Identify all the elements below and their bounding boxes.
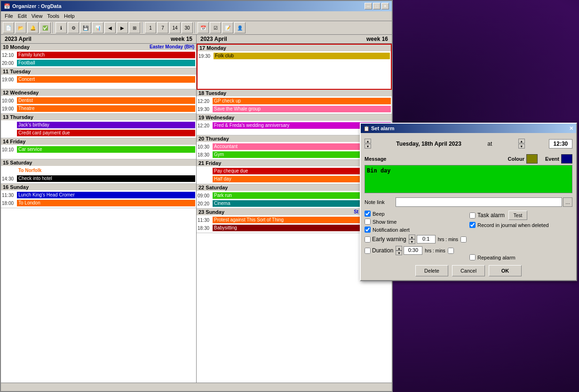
event-row[interactable]: 10:10 Car service (2, 146, 195, 153)
right-cal-header: 2023 April week 16 (197, 35, 392, 44)
dur-arrows: ▲ ▼ (396, 246, 402, 255)
event-bar[interactable]: Save the Whale group (213, 106, 391, 112)
event-bar[interactable]: Credit card payment due (17, 130, 195, 136)
event-row[interactable]: Jack's birthday (2, 121, 195, 129)
event-bar[interactable]: Lunch King's Head Cromer (17, 192, 195, 198)
time-inc-btn[interactable]: ▲ (518, 139, 525, 143)
event-row[interactable]: 12:20 GP check up (198, 97, 391, 105)
event-row[interactable]: 18:00 To London (2, 199, 195, 207)
ew-up-btn[interactable]: ▲ (409, 235, 415, 239)
ew-checkbox2[interactable] (460, 236, 467, 243)
mark-btn[interactable]: ✅ (40, 22, 51, 33)
task-alarm-checkbox[interactable] (469, 212, 476, 219)
view-btn[interactable]: 📊 (92, 22, 103, 33)
time-up-btn[interactable]: ▲ (365, 139, 371, 143)
dur-checkbox2[interactable] (448, 248, 454, 254)
menu-file[interactable]: File (3, 12, 15, 20)
note-link-input[interactable] (396, 197, 562, 207)
event-bar[interactable]: GP check up (213, 98, 391, 104)
event-bar[interactable]: Car service (17, 146, 195, 153)
notification-checkbox[interactable] (365, 227, 371, 233)
alarm-btn[interactable]: 🔔 (27, 22, 39, 33)
event-row[interactable]: 19:30 Folk club (198, 52, 390, 60)
repeating-alarm-checkbox[interactable] (469, 254, 476, 260)
task-btn[interactable]: ☑ (210, 22, 221, 33)
ew-down-btn[interactable]: ▼ (409, 239, 415, 244)
month-btn[interactable]: 30 (182, 22, 193, 33)
cancel-button[interactable]: Cancel (452, 265, 485, 276)
delete-button[interactable]: Delete (415, 265, 448, 276)
show-time-checkbox[interactable] (365, 219, 371, 225)
info-btn[interactable]: ℹ (56, 22, 67, 33)
duration-checkbox[interactable] (365, 248, 371, 254)
event-bar[interactable]: Check into hotel (17, 175, 195, 182)
menu-help[interactable]: Help (62, 12, 77, 20)
minimize-button[interactable]: ─ (365, 3, 372, 9)
event-row[interactable]: 19:00 Concert (2, 76, 195, 83)
event-row[interactable]: To Norfolk (2, 167, 195, 174)
spacer (469, 230, 572, 241)
save-btn[interactable]: 💾 (80, 22, 91, 33)
event-row[interactable]: 10:00 Dentist (2, 97, 195, 104)
status-bar (1, 383, 392, 391)
event-bar[interactable]: Theatre (17, 105, 195, 112)
event-row[interactable]: 19:30 Save the Whale group (198, 105, 391, 113)
event-bar[interactable]: Folk club (214, 53, 390, 59)
grid-btn[interactable]: ⊞ (129, 22, 140, 33)
event-colour-btn[interactable] (561, 154, 572, 164)
menu-edit[interactable]: Edit (16, 12, 29, 20)
maximize-button[interactable]: □ (373, 3, 381, 9)
day-section-11: 11 Tuesday 19:00 Concert (1, 68, 196, 89)
event-bar[interactable]: Jack's birthday (17, 122, 195, 128)
ok-button[interactable]: OK (489, 265, 522, 276)
event-bar[interactable]: Football (17, 60, 195, 66)
time-dec-btn[interactable]: ▼ (518, 144, 525, 149)
event-bar[interactable]: Concert (17, 76, 195, 83)
event-bar[interactable]: To London (17, 200, 195, 206)
left-options: Beep Show time Notification alert Early … (365, 211, 468, 260)
early-warning-checkbox[interactable] (365, 236, 371, 243)
dur-down-btn[interactable]: ▼ (396, 251, 402, 255)
duration-value[interactable]: 0:30 (404, 246, 422, 255)
event-bar[interactable]: Dentist (17, 97, 195, 104)
note-link-browse-btn[interactable]: … (563, 197, 572, 207)
alarm-message-textarea[interactable]: Bin day (365, 165, 572, 193)
event-bar[interactable]: To Norfolk (17, 167, 195, 174)
alarm-dialog-title: 📋 Set alarm ✕ (361, 124, 576, 133)
forward-btn[interactable]: ▶ (117, 22, 128, 33)
dur-up-btn[interactable]: ▲ (396, 246, 402, 251)
event-row[interactable]: 11:30 Lunch King's Head Cromer (2, 191, 195, 199)
early-warning-value[interactable]: 0:1 (417, 235, 436, 243)
event-row[interactable]: 14:30 Check into hotel (2, 175, 195, 182)
record-journal-checkbox[interactable] (469, 222, 476, 228)
week-btn[interactable]: 7 (157, 22, 168, 33)
back-btn[interactable]: ◀ (104, 22, 116, 33)
colour-picker-btn[interactable] (526, 154, 538, 164)
alarm-time[interactable]: 12:30 (549, 139, 572, 149)
left-cal-body[interactable]: 10 Monday Easter Monday (BH) 12:10 Famil… (1, 44, 196, 383)
cal-btn[interactable]: 📅 (198, 22, 209, 33)
day-header-18: 18 Tuesday (197, 90, 392, 96)
event-row[interactable]: 20:00 Football (2, 59, 195, 67)
event-bar[interactable]: Family lunch (17, 52, 195, 58)
event-row[interactable]: Credit card payment due (2, 129, 195, 137)
time-down-btn[interactable]: ▼ (365, 144, 371, 149)
alarm-close-btn[interactable]: ✕ (569, 125, 573, 132)
test-button[interactable]: Test (508, 211, 527, 220)
event-row[interactable]: 19:00 Theatre (2, 105, 195, 112)
menu-view[interactable]: View (30, 12, 45, 20)
beep-checkbox[interactable] (365, 211, 371, 217)
alarm-dialog-body: ▲ ▼ Tuesday, 18th April 2023 at ▲ ▼ 12:3… (361, 133, 576, 280)
2week-btn[interactable]: 14 (169, 22, 181, 33)
new-btn[interactable]: 📄 (3, 22, 14, 33)
note-btn[interactable]: 📝 (222, 22, 233, 33)
menu-tools[interactable]: Tools (45, 12, 61, 20)
config-btn[interactable]: ⚙ (68, 22, 79, 33)
contact-btn[interactable]: 👤 (234, 22, 246, 33)
right-year-month: 2023 April (200, 36, 227, 42)
event-label: Event (545, 156, 559, 162)
close-button[interactable]: ✕ (381, 3, 389, 9)
event-row[interactable]: 12:10 Family lunch (2, 51, 195, 59)
open-btn[interactable]: 📂 (15, 22, 26, 33)
day-btn[interactable]: 1 (145, 22, 156, 33)
